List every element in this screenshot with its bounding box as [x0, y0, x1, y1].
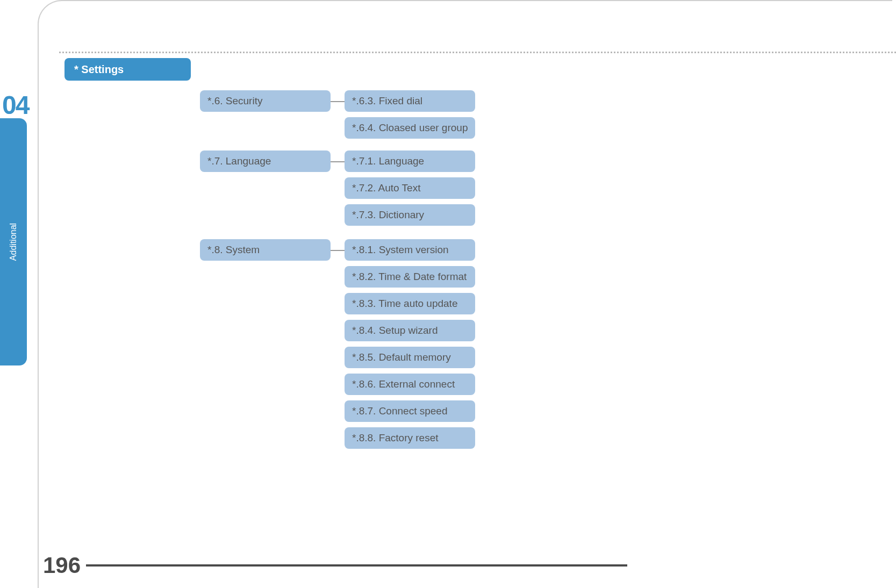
menu-item-fixed-dial: *.6.3. Fixed dial — [345, 90, 475, 112]
connector-line — [331, 161, 345, 162]
side-tab-label: Additional — [9, 223, 18, 261]
menu-item-external-connect: *.8.6. External connect — [345, 374, 475, 395]
menu-category-security: *.6. Security — [200, 90, 331, 112]
menu-item-auto-text: *.7.2. Auto Text — [345, 177, 475, 199]
menu-item-factory-reset: *.8.8. Factory reset — [345, 427, 475, 449]
menu-item-connect-speed: *.8.7. Connect speed — [345, 400, 475, 422]
connector-line — [331, 250, 345, 251]
left-rule-extension — [38, 376, 39, 555]
menu-item-dictionary: *.7.3. Dictionary — [345, 204, 475, 226]
menu-item-language: *.7.1. Language — [345, 150, 475, 172]
menu-item-default-memory: *.8.5. Default memory — [345, 347, 475, 368]
connector-line — [331, 101, 345, 102]
menu-category-system: *.8. System — [200, 239, 331, 261]
bottom-rule — [86, 564, 627, 567]
side-tab: Additional — [0, 118, 27, 365]
menu-item-setup-wizard: *.8.4. Setup wizard — [345, 320, 475, 341]
dotted-rule — [59, 52, 896, 53]
page-number: 196 — [43, 553, 81, 578]
menu-item-closed-user-group: *.6.4. Cloased user group — [345, 117, 475, 139]
menu-item-time-date-format: *.8.2. Time & Date format — [345, 266, 475, 288]
menu-item-time-auto-update: *.8.3. Time auto update — [345, 293, 475, 314]
menu-category-language: *.7. Language — [200, 150, 331, 172]
menu-item-system-version: *.8.1. System version — [345, 239, 475, 261]
section-header-settings: * Settings — [64, 58, 191, 81]
chapter-number: 04 — [2, 90, 28, 120]
